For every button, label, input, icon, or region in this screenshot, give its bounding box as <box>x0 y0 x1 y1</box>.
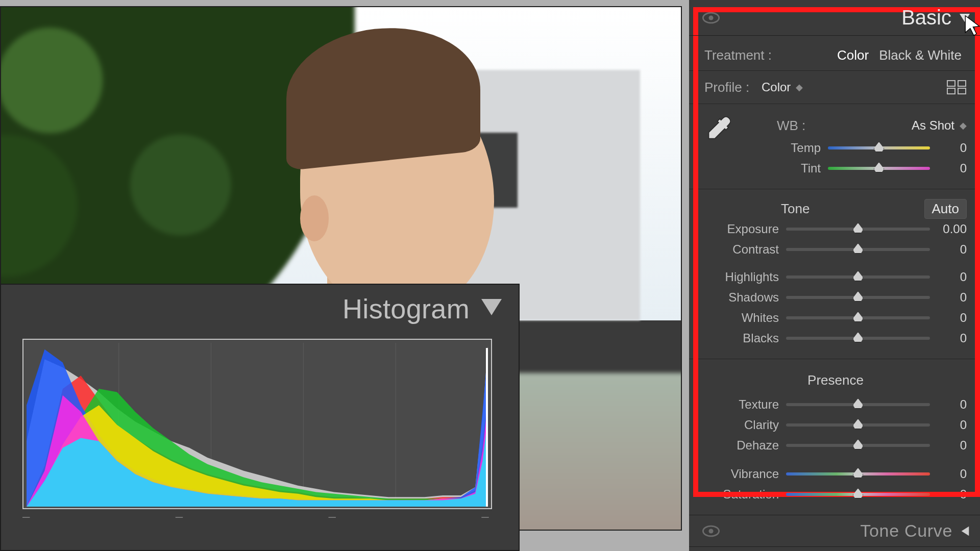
slider-label-temp: Temp <box>746 141 828 155</box>
slider-row-texture: Texture 0 <box>704 394 967 415</box>
slider-value-tint: 0 <box>930 161 967 176</box>
slider-row-exposure: Exposure 0.00 <box>704 219 967 239</box>
profile-dropdown[interactable]: Color ◆ <box>762 80 803 94</box>
slider-value-shadows: 0 <box>930 290 967 305</box>
wb-label: WB : <box>746 118 805 134</box>
slider-label-saturation: Saturation <box>704 487 786 502</box>
slider-clarity[interactable] <box>786 422 930 428</box>
slider-dehaze[interactable] <box>786 442 930 448</box>
subject-ear <box>300 195 329 241</box>
slider-value-texture: 0 <box>930 397 967 412</box>
wb-section: WB : As Shot ◆ Temp 0 Tint 0 <box>689 104 980 189</box>
slider-value-whites: 0 <box>930 311 967 325</box>
slider-row-temp: Temp 0 <box>746 138 967 158</box>
panel-header-tone-curve[interactable]: Tone Curve <box>689 515 980 546</box>
slider-row-dehaze: Dehaze 0 <box>704 435 967 456</box>
panel-visibility-icon[interactable] <box>702 525 720 537</box>
slider-label-dehaze: Dehaze <box>704 438 786 453</box>
slider-value-blacks: 0 <box>930 331 967 345</box>
svg-marker-18 <box>962 526 969 535</box>
panel-title-tone-curve: Tone Curve <box>860 521 952 541</box>
svg-rect-15 <box>958 88 966 94</box>
slider-texture[interactable] <box>786 402 930 408</box>
slider-row-clarity: Clarity 0 <box>704 415 967 435</box>
slider-label-highlights: Highlights <box>704 270 786 284</box>
profile-value: Color <box>762 80 791 94</box>
tone-section: Tone Auto Exposure 0.00 Contrast 0 Highl… <box>689 189 980 359</box>
panel-collapse-icon[interactable] <box>479 297 504 317</box>
svg-marker-0 <box>481 299 502 315</box>
presence-title: Presence <box>704 368 967 394</box>
slider-tint[interactable] <box>828 165 930 171</box>
profile-browser-icon[interactable] <box>946 80 967 95</box>
histogram-plot[interactable] <box>22 339 492 509</box>
slider-temp[interactable] <box>828 145 930 151</box>
slider-highlights[interactable] <box>786 274 930 280</box>
svg-rect-13 <box>958 81 966 86</box>
slider-value-temp: 0 <box>930 141 967 155</box>
histogram-title: Histogram <box>342 293 470 324</box>
histogram-zone-markers: –––– <box>22 516 489 525</box>
panel-header-basic[interactable]: Basic <box>689 0 980 36</box>
slider-value-contrast: 0 <box>930 242 967 257</box>
slider-label-texture: Texture <box>704 397 786 412</box>
develop-panel: Basic Treatment : Color Black & White Pr… <box>689 0 980 551</box>
wb-value: As Shot <box>912 118 954 133</box>
histogram-panel: Histogram –––– <box>0 284 520 551</box>
slider-value-highlights: 0 <box>930 270 967 284</box>
slider-whites[interactable] <box>786 315 930 321</box>
slider-row-saturation: Saturation 0 <box>704 484 967 505</box>
slider-saturation[interactable] <box>786 491 930 497</box>
svg-rect-14 <box>947 88 955 94</box>
treatment-label: Treatment : <box>704 47 781 63</box>
svg-rect-7 <box>486 348 488 507</box>
panel-visibility-icon[interactable] <box>702 12 720 24</box>
slider-vibrance[interactable] <box>786 471 930 477</box>
slider-row-blacks: Blacks 0 <box>704 328 967 348</box>
panel-header-hsl-color[interactable]: HSL / Color <box>689 546 980 551</box>
slider-blacks[interactable] <box>786 335 930 341</box>
svg-rect-12 <box>947 81 955 86</box>
slider-label-vibrance: Vibrance <box>704 467 786 481</box>
dropdown-chevron-icon: ◆ <box>796 82 803 93</box>
slider-exposure[interactable] <box>786 226 930 232</box>
slider-row-whites: Whites 0 <box>704 308 967 328</box>
profile-section: Profile : Color ◆ <box>689 71 980 104</box>
slider-label-whites: Whites <box>704 311 786 325</box>
treatment-bw-option[interactable]: Black & White <box>874 47 967 63</box>
presence-section: Presence Texture 0 Clarity 0 Dehaze 0 Vi… <box>689 359 980 515</box>
slider-value-dehaze: 0 <box>930 438 967 453</box>
slider-row-contrast: Contrast 0 <box>704 239 967 260</box>
chevron-down-icon[interactable] <box>959 12 971 24</box>
slider-row-tint: Tint 0 <box>746 158 967 179</box>
wb-dropdown[interactable]: As Shot ◆ <box>912 118 967 133</box>
svg-marker-10 <box>960 14 970 22</box>
slider-row-vibrance: Vibrance 0 <box>704 464 967 484</box>
slider-label-tint: Tint <box>746 161 828 176</box>
profile-label: Profile : <box>704 80 762 95</box>
dropdown-chevron-icon: ◆ <box>960 120 967 131</box>
slider-label-blacks: Blacks <box>704 331 786 345</box>
slider-contrast[interactable] <box>786 246 930 253</box>
slider-value-vibrance: 0 <box>930 467 967 481</box>
auto-tone-button[interactable]: Auto <box>924 199 967 219</box>
slider-value-exposure: 0.00 <box>930 222 967 236</box>
histogram-curves <box>27 343 488 507</box>
treatment-section: Treatment : Color Black & White <box>689 36 980 71</box>
slider-label-contrast: Contrast <box>704 242 786 257</box>
slider-shadows[interactable] <box>786 294 930 300</box>
chevron-left-icon[interactable] <box>960 525 971 537</box>
slider-label-shadows: Shadows <box>704 290 786 305</box>
tone-title: Tone <box>704 201 924 217</box>
slider-row-highlights: Highlights 0 <box>704 267 967 287</box>
slider-row-shadows: Shadows 0 <box>704 287 967 308</box>
panel-title-basic: Basic <box>901 6 951 29</box>
white-balance-eyedropper-icon[interactable] <box>704 113 734 143</box>
slider-value-clarity: 0 <box>930 418 967 432</box>
treatment-color-option[interactable]: Color <box>832 47 874 63</box>
slider-label-exposure: Exposure <box>704 222 786 236</box>
slider-label-clarity: Clarity <box>704 418 786 432</box>
svg-point-9 <box>708 15 713 20</box>
svg-point-17 <box>708 529 713 533</box>
slider-value-saturation: 0 <box>930 487 967 502</box>
